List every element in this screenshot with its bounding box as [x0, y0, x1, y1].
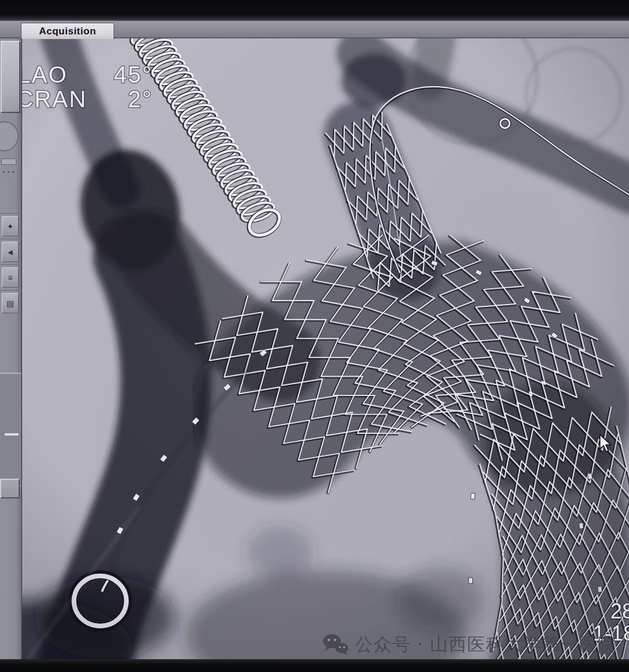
osd-cran-value: 2°: [128, 86, 153, 112]
angiogram-image: LAO 45° CRAN 2° 28 1-18: [0, 0, 629, 672]
tab-acquisition[interactable]: Acquisition: [21, 23, 114, 39]
fluoro-image-viewport[interactable]: LAO 45° CRAN 2° 28 1-18: [0, 0, 629, 672]
layers-icon: ≡: [8, 273, 12, 282]
tool-button-arrow[interactable]: ◄: [2, 242, 19, 262]
osd-frame-number: 28: [610, 599, 629, 623]
monitor-bezel-top: [0, 0, 629, 21]
watermark-text: 公众号 · 山西医科大学第一医院: [355, 632, 616, 657]
ellipsis-dots: [3, 171, 18, 174]
osd-lao-value: 45°: [114, 62, 153, 87]
tool-button-group: ✦ ◄ ≡ ▤: [0, 213, 22, 316]
arrow-cursor: [599, 434, 614, 453]
tool-button-layers[interactable]: ≡: [2, 267, 19, 288]
photo-vignette: [22, 38, 629, 659]
acquisition-workstation-screen: LAO 45° CRAN 2° 28 1-18 Acquisition ✦ ◄ …: [0, 0, 629, 672]
sidebar-sub-panel[interactable]: [0, 373, 21, 487]
monitor-bezel-bottom: [0, 659, 629, 672]
sparkle-icon: ✦: [7, 222, 14, 231]
osd-cran-label: CRAN: [16, 86, 87, 112]
watermark: 公众号 · 山西医科大学第一医院: [323, 632, 616, 657]
dial-control[interactable]: [0, 121, 19, 151]
tab-bar: Acquisition: [0, 21, 629, 38]
printer-icon: ▤: [6, 299, 14, 308]
sidebar-display-panel[interactable]: [1, 41, 20, 113]
tool-button-printer[interactable]: ▤: [2, 293, 19, 313]
wechat-icon: [323, 634, 349, 656]
arrow-left-icon: ◄: [6, 247, 15, 257]
dash-button[interactable]: [1, 158, 16, 165]
panel-tick: [5, 433, 19, 436]
sidebar-bottom-button[interactable]: [0, 479, 20, 498]
toolbar-sidebar: ✦ ◄ ≡ ▤: [0, 38, 22, 659]
tool-button-sparkle[interactable]: ✦: [2, 216, 19, 236]
osd-lao-label: LAO: [17, 62, 68, 87]
